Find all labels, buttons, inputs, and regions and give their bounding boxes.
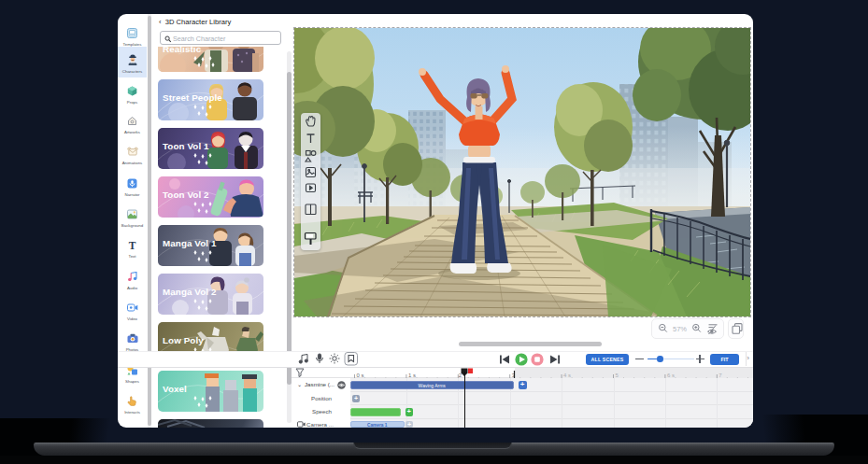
svg-text:T: T [129, 240, 136, 250]
